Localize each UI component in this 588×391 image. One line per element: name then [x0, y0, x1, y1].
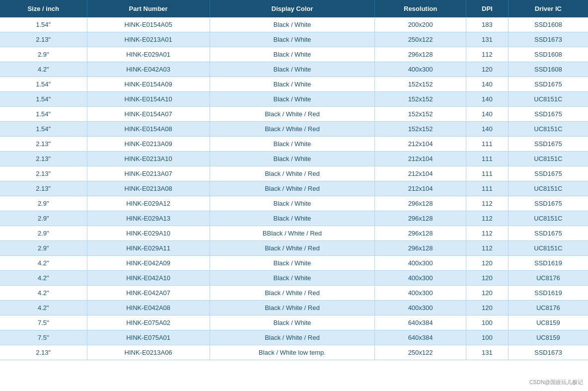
cell-resolution: 212x104: [375, 137, 466, 152]
cell-color: Black / White: [210, 211, 374, 226]
cell-size: 1.54": [0, 17, 87, 32]
cell-color: Black / White / Red: [210, 286, 374, 301]
cell-size: 2.13": [0, 166, 87, 181]
cell-dpi: 100: [466, 330, 509, 345]
cell-dpi: 111: [466, 152, 509, 166]
cell-part: HINK-E0154A10: [87, 92, 210, 107]
cell-driver: UC8176: [508, 301, 588, 315]
cell-part: HINK-E029A13: [87, 211, 210, 226]
cell-color: Black / White: [210, 47, 374, 62]
table-row: 2.9"HINK-E029A13Black / White296x128112U…: [0, 211, 588, 226]
cell-part: HINK-E029A11: [87, 241, 210, 256]
cell-dpi: 131: [466, 32, 509, 47]
cell-dpi: 140: [466, 77, 509, 92]
cell-color: Black / White: [210, 196, 374, 211]
cell-dpi: 112: [466, 196, 509, 211]
cell-resolution: 212x104: [375, 166, 466, 181]
cell-size: 4.2": [0, 301, 87, 315]
cell-color: Black / White: [210, 62, 374, 77]
cell-resolution: 296x128: [375, 211, 466, 226]
table-row: 1.54"HINK-E0154A05Black / White200x20018…: [0, 17, 588, 32]
cell-part: HINK-E042A09: [87, 256, 210, 271]
cell-driver: SSD1675: [508, 226, 588, 241]
cell-size: 1.54": [0, 122, 87, 137]
cell-dpi: 140: [466, 122, 509, 137]
table-row: 1.54"HINK-E0154A07Black / White / Red152…: [0, 107, 588, 122]
cell-driver: SSD1608: [508, 62, 588, 77]
cell-resolution: 152x152: [375, 77, 466, 92]
table-row: 4.2"HINK-E042A07Black / White / Red400x3…: [0, 286, 588, 301]
cell-dpi: 112: [466, 211, 509, 226]
cell-part: HINK-E0213A10: [87, 152, 210, 166]
cell-driver: UC8151C: [508, 152, 588, 166]
cell-driver: UC8151C: [508, 122, 588, 137]
cell-dpi: 120: [466, 271, 509, 286]
table-row: 1.54"HINK-E0154A09Black / White152x15214…: [0, 77, 588, 92]
cell-part: HINK-E042A03: [87, 62, 210, 77]
cell-driver: UC8151C: [508, 211, 588, 226]
cell-dpi: 120: [466, 301, 509, 315]
cell-part: HINK-E0154A07: [87, 107, 210, 122]
cell-size: 1.54": [0, 92, 87, 107]
cell-color: Black / White / Red: [210, 107, 374, 122]
table-row: 4.2"HINK-E042A08Black / White / Red400x3…: [0, 301, 588, 315]
cell-dpi: 111: [466, 181, 509, 196]
cell-color: Black / White / Red: [210, 301, 374, 315]
table-row: 4.2"HINK-E042A10Black / White400x300120U…: [0, 271, 588, 286]
cell-dpi: 140: [466, 92, 509, 107]
cell-size: 4.2": [0, 286, 87, 301]
cell-resolution: 640x384: [375, 330, 466, 345]
cell-size: 2.13": [0, 137, 87, 152]
cell-driver: SSD1619: [508, 286, 588, 301]
cell-color: Black / White: [210, 77, 374, 92]
table-row: 2.13"HINK-E0213A08Black / White / Red212…: [0, 181, 588, 196]
table-row: 2.13"HINK-E0213A09Black / White212x10411…: [0, 137, 588, 152]
cell-resolution: 200x200: [375, 17, 466, 32]
cell-dpi: 183: [466, 17, 509, 32]
cell-part: HINK-E0213A01: [87, 32, 210, 47]
cell-driver: SSD1675: [508, 196, 588, 211]
cell-size: 4.2": [0, 62, 87, 77]
table-row: 1.54"HINK-E0154A10Black / White152x15214…: [0, 92, 588, 107]
cell-color: Black / White / Red: [210, 181, 374, 196]
cell-size: 2.13": [0, 345, 87, 360]
cell-color: Black / White: [210, 256, 374, 271]
cell-resolution: 296x128: [375, 196, 466, 211]
table-row: 2.9"HINK-E029A10BBlack / White / Red296x…: [0, 226, 588, 241]
cell-color: Black / White / Red: [210, 166, 374, 181]
cell-part: HINK-E0154A08: [87, 122, 210, 137]
cell-resolution: 400x300: [375, 62, 466, 77]
cell-dpi: 112: [466, 47, 509, 62]
cell-part: HINK-E029A12: [87, 196, 210, 211]
cell-resolution: 296x128: [375, 241, 466, 256]
cell-size: 4.2": [0, 271, 87, 286]
table-row: 2.13"HINK-E0213A01Black / White250x12213…: [0, 32, 588, 47]
cell-resolution: 152x152: [375, 122, 466, 137]
cell-size: 2.13": [0, 181, 87, 196]
cell-resolution: 400x300: [375, 256, 466, 271]
cell-driver: SSD1608: [508, 47, 588, 62]
cell-driver: SSD1675: [508, 137, 588, 152]
cell-resolution: 400x300: [375, 301, 466, 315]
cell-resolution: 152x152: [375, 92, 466, 107]
table-row: 2.13"HINK-E0213A06Black / White low temp…: [0, 345, 588, 360]
cell-color: Black / White: [210, 32, 374, 47]
cell-part: HINK-E042A07: [87, 286, 210, 301]
cell-resolution: 212x104: [375, 152, 466, 166]
cell-part: HINK-E075A02: [87, 315, 210, 330]
cell-driver: SSD1675: [508, 77, 588, 92]
cell-dpi: 120: [466, 256, 509, 271]
cell-color: BBlack / White / Red: [210, 226, 374, 241]
cell-size: 4.2": [0, 256, 87, 271]
col-driver: Driver IC: [508, 0, 588, 17]
table-row: 7.5"HINK-E075A01Black / White / Red640x3…: [0, 330, 588, 345]
cell-size: 7.5": [0, 330, 87, 345]
cell-dpi: 120: [466, 286, 509, 301]
table-row: 7.5"HINK-E075A02Black / White640x384100U…: [0, 315, 588, 330]
col-resolution: Resolution: [375, 0, 466, 17]
cell-color: Black / White / Red: [210, 330, 374, 345]
cell-part: HINK-E042A08: [87, 301, 210, 315]
cell-part: HINK-E0213A09: [87, 137, 210, 152]
cell-dpi: 100: [466, 315, 509, 330]
cell-driver: UC8151C: [508, 181, 588, 196]
